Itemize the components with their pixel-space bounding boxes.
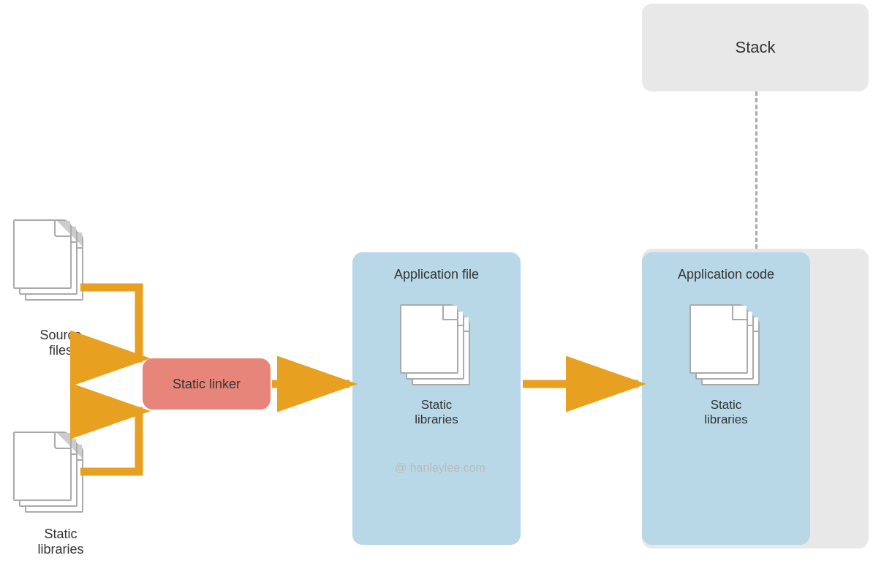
diagram-container: Stack Heap Sourcefiles Staticlibraries S…	[0, 0, 873, 588]
arrow-static-to-linker	[80, 411, 143, 472]
arrows-svg	[0, 0, 873, 588]
arrow-source-to-linker	[80, 287, 143, 358]
